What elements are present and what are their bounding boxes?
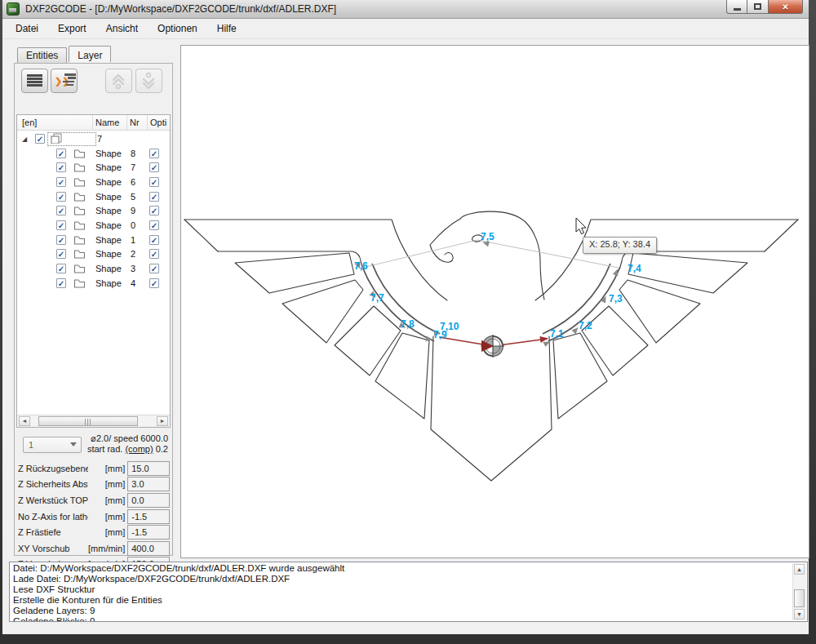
shape-row[interactable]: ✓ Shape 0 ✓ <box>17 219 170 233</box>
sidebar-tabs: Entities Layer <box>17 47 113 64</box>
param-field[interactable]: 400.0 <box>127 541 170 556</box>
tool-select[interactable]: 1 <box>23 437 82 453</box>
layer-label: 7 <box>97 134 102 144</box>
path-marker-label: 7,8 <box>401 318 415 330</box>
column-nr: Nr <box>130 118 140 127</box>
shape-checkbox[interactable]: ✓ <box>56 177 66 187</box>
param-label: Z Rückzugsebene <box>18 464 88 473</box>
scroll-up-icon[interactable]: ▲ <box>794 564 805 575</box>
comp-link[interactable]: (comp) <box>125 444 153 454</box>
log-scroll-thumb[interactable] <box>794 589 805 607</box>
shape-nr: 3 <box>131 264 135 273</box>
shape-option-checkbox[interactable]: ✓ <box>149 264 159 273</box>
shape-row[interactable]: ✓ Shape 2 ✓ <box>17 247 170 261</box>
shape-checkbox[interactable]: ✓ <box>56 149 66 158</box>
sidebar: Entities Layer ❯❯ <box>14 45 174 556</box>
shape-row[interactable]: ✓ Shape 5 ✓ <box>17 190 170 204</box>
menu-item-optionen[interactable]: Optionen <box>149 20 206 37</box>
chevron-down-icon <box>136 69 162 92</box>
shape-checkbox[interactable]: ✓ <box>56 192 66 202</box>
application-window: DXF2GCODE - [D:/MyWorkspace/DXF2GCODE/tr… <box>2 0 809 634</box>
tab-layer[interactable]: Layer <box>69 46 111 62</box>
shape-row[interactable]: ✓ Shape 6 ✓ <box>17 175 170 189</box>
shape-row[interactable]: ✓ Shape 3 ✓ <box>17 262 170 276</box>
shape-row[interactable]: ✓ Shape 8 ✓ <box>17 147 170 161</box>
expand-list-button[interactable]: ❯❯ <box>51 69 78 93</box>
collapse-list-button[interactable] <box>21 69 48 93</box>
scroll-left-icon[interactable]: ◄ <box>19 416 30 426</box>
param-field[interactable]: 0.0 <box>127 493 170 508</box>
menu-item-ansicht[interactable]: Ansicht <box>98 20 146 37</box>
shape-nr: 0 <box>131 220 135 230</box>
menu-item-datei[interactable]: Datei <box>7 20 47 37</box>
minimize-button[interactable] <box>726 0 747 14</box>
origin-symbol <box>481 335 504 358</box>
shape-checkbox[interactable]: ✓ <box>56 264 66 273</box>
layer-row[interactable]: ◢ ✓ 7 <box>17 132 170 146</box>
shape-checkbox[interactable]: ✓ <box>56 220 66 230</box>
shape-name: Shape <box>95 162 122 172</box>
log-lines: Datei: D:/MyWorkspace/DXF2GCODE/trunk/dx… <box>13 563 791 622</box>
mouse-cursor <box>576 218 586 234</box>
shape-icon <box>73 234 85 245</box>
window-title: DXF2GCODE - [D:/MyWorkspace/DXF2GCODE/tr… <box>25 3 336 15</box>
tool-select-value: 1 <box>29 440 33 450</box>
shape-option-checkbox[interactable]: ✓ <box>149 278 159 288</box>
shape-option-checkbox[interactable]: ✓ <box>149 206 159 215</box>
shape-option-checkbox[interactable]: ✓ <box>149 235 159 245</box>
shape-name: Shape <box>95 235 122 245</box>
path-marker-label: 7,6 <box>354 260 368 272</box>
path-marker-label: 7,7 <box>370 292 384 304</box>
shape-row[interactable]: ✓ Shape 9 ✓ <box>17 204 170 218</box>
move-layer-down-button[interactable] <box>135 69 162 93</box>
shape-icon <box>73 248 85 259</box>
shape-name: Shape <box>95 149 122 158</box>
shape-checkbox[interactable]: ✓ <box>56 235 66 245</box>
close-button[interactable]: ✕ <box>769 0 803 14</box>
tree-header[interactable]: [en] Name Nr Opti <box>17 115 170 131</box>
menu-item-export[interactable]: Export <box>50 20 95 37</box>
layer-toolbar: ❯❯ <box>19 69 168 95</box>
move-layer-up-button[interactable] <box>105 69 132 93</box>
shape-checkbox[interactable]: ✓ <box>56 278 66 288</box>
layer-checkbox[interactable]: ✓ <box>35 134 45 144</box>
scroll-right-icon[interactable]: ► <box>157 416 168 426</box>
layer-pane: ❯❯ <box>14 63 173 556</box>
shape-option-checkbox[interactable]: ✓ <box>149 177 159 187</box>
param-field[interactable]: -1.5 <box>127 509 170 524</box>
title-bar[interactable]: DXF2GCODE - [D:/MyWorkspace/DXF2GCODE/tr… <box>2 0 809 19</box>
param-label: Z Sicherheits Abstand <box>18 479 88 489</box>
shape-option-checkbox[interactable]: ✓ <box>149 192 159 202</box>
indented-list-icon <box>63 73 76 87</box>
param-field[interactable]: 15.0 <box>127 461 170 476</box>
shape-row[interactable]: ✓ Shape 7 ✓ <box>17 161 170 175</box>
shape-option-checkbox[interactable]: ✓ <box>149 149 159 158</box>
shape-checkbox[interactable]: ✓ <box>56 162 66 172</box>
log-vscrollbar[interactable]: ▲ ▼ <box>792 563 806 620</box>
scroll-thumb[interactable] <box>38 416 138 426</box>
shape-checkbox[interactable]: ✓ <box>56 206 66 215</box>
shape-option-checkbox[interactable]: ✓ <box>149 162 159 172</box>
path-marker-label: 7,3 <box>609 293 623 304</box>
dxf-drawing <box>181 46 809 557</box>
tab-entities[interactable]: Entities <box>17 47 67 64</box>
param-field[interactable]: -1.5 <box>127 525 170 540</box>
path-marker-label: 7,10 <box>440 321 459 332</box>
layer-tree: [en] Name Nr Opti ◢ ✓ 7 ✓ Shape 8 ✓ ✓ Sh… <box>16 114 171 428</box>
shape-row[interactable]: ✓ Shape 4 ✓ <box>17 277 170 291</box>
shape-checkbox[interactable]: ✓ <box>56 249 66 259</box>
shape-nr: 6 <box>131 177 135 187</box>
menu-item-hilfe[interactable]: Hilfe <box>209 20 245 37</box>
tree-hscrollbar[interactable]: ◄ ► <box>17 415 170 427</box>
param-field[interactable]: 3.0 <box>127 477 170 491</box>
maximize-button[interactable] <box>747 0 769 14</box>
drawing-canvas[interactable]: 7,17,27,37,47,57,67,77,87,97,10 X: 25.8;… <box>180 45 809 558</box>
expander-icon[interactable]: ◢ <box>22 135 27 143</box>
path-marker-label: 7,4 <box>628 263 641 274</box>
menu-bar: DateiExportAnsichtOptionenHilfe <box>2 19 809 39</box>
scroll-down-icon[interactable]: ▼ <box>794 609 805 620</box>
shape-row[interactable]: ✓ Shape 1 ✓ <box>17 233 170 247</box>
shape-option-checkbox[interactable]: ✓ <box>149 220 159 230</box>
column-name: Name <box>95 118 119 127</box>
shape-option-checkbox[interactable]: ✓ <box>149 249 159 259</box>
